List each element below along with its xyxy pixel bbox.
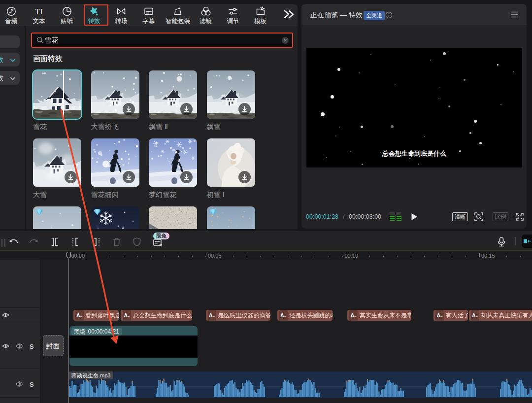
svg-text:TI: TI [35, 7, 43, 16]
